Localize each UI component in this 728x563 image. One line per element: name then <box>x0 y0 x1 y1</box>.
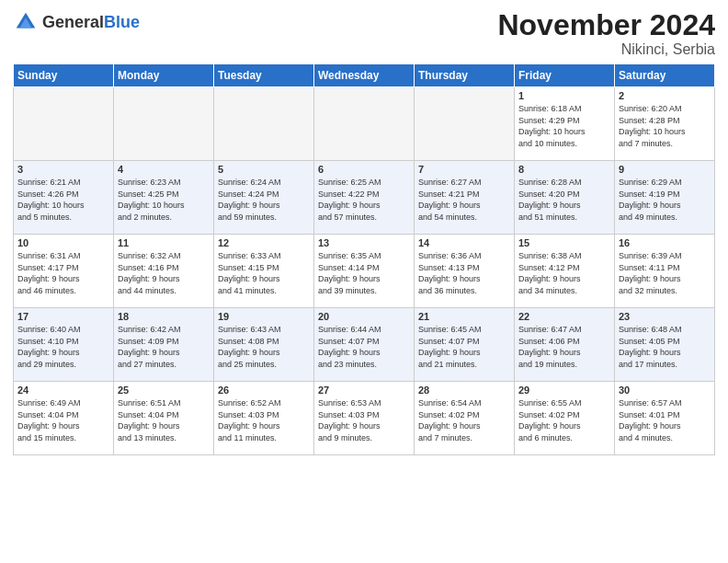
table-row: 19Sunrise: 6:43 AMSunset: 4:08 PMDayligh… <box>214 308 314 382</box>
day-info-line: and 23 minutes. <box>318 360 377 369</box>
day-info-line: Sunset: 4:28 PM <box>619 116 680 125</box>
day-info-line: Daylight: 9 hours <box>318 274 381 283</box>
header-friday: Friday <box>515 64 615 87</box>
table-row: 8Sunrise: 6:28 AMSunset: 4:20 PMDaylight… <box>515 161 615 235</box>
day-info-line: Daylight: 9 hours <box>17 421 80 431</box>
day-info-line: Sunrise: 6:44 AM <box>318 325 381 334</box>
table-row: 5Sunrise: 6:24 AMSunset: 4:24 PMDaylight… <box>214 161 314 235</box>
table-row: 20Sunrise: 6:44 AMSunset: 4:07 PMDayligh… <box>314 308 415 382</box>
day-info-line: Daylight: 9 hours <box>218 274 280 283</box>
table-row: 1Sunrise: 6:18 AMSunset: 4:29 PMDaylight… <box>515 87 615 161</box>
table-row: 24Sunrise: 6:49 AMSunset: 4:04 PMDayligh… <box>14 382 114 455</box>
table-row: 9Sunrise: 6:29 AMSunset: 4:19 PMDaylight… <box>615 161 715 235</box>
day-info: Sunrise: 6:35 AMSunset: 4:14 PMDaylight:… <box>318 250 410 296</box>
header-saturday: Saturday <box>615 64 715 87</box>
day-info-line: Sunrise: 6:42 AM <box>118 325 181 334</box>
table-row: 25Sunrise: 6:51 AMSunset: 4:04 PMDayligh… <box>114 382 214 455</box>
day-number: 13 <box>318 237 410 248</box>
header-thursday: Thursday <box>415 64 515 87</box>
day-info-line: Sunrise: 6:31 AM <box>17 251 81 260</box>
table-row <box>114 87 214 161</box>
day-info: Sunrise: 6:55 AMSunset: 4:02 PMDaylight:… <box>518 397 610 443</box>
day-info-line: and 25 minutes. <box>218 360 277 369</box>
day-number: 18 <box>118 311 210 322</box>
day-info-line: Sunset: 4:26 PM <box>17 190 79 199</box>
day-info-line: Daylight: 9 hours <box>218 421 280 431</box>
table-row <box>214 87 314 161</box>
day-info-line: Sunrise: 6:38 AM <box>518 251 582 260</box>
day-info-line: Daylight: 9 hours <box>518 421 581 431</box>
day-info-line: Sunset: 4:07 PM <box>318 337 380 346</box>
day-info-line: Sunrise: 6:27 AM <box>418 178 482 187</box>
page-container: GeneralBlue November 2024 Nikinci, Serbi… <box>0 0 728 461</box>
day-info-line: Daylight: 9 hours <box>418 348 481 357</box>
weekday-header-row: Sunday Monday Tuesday Wednesday Thursday… <box>14 64 715 87</box>
day-info-line: Daylight: 9 hours <box>318 201 381 210</box>
day-number: 2 <box>619 90 711 101</box>
day-info: Sunrise: 6:21 AMSunset: 4:26 PMDaylight:… <box>17 177 109 223</box>
table-row: 6Sunrise: 6:25 AMSunset: 4:22 PMDaylight… <box>314 161 415 235</box>
day-info-line: Sunrise: 6:32 AM <box>118 251 181 260</box>
day-info: Sunrise: 6:23 AMSunset: 4:25 PMDaylight:… <box>118 177 210 223</box>
day-number: 20 <box>318 311 410 322</box>
day-info-line: Daylight: 9 hours <box>318 348 381 357</box>
day-info-line: Daylight: 9 hours <box>17 274 80 283</box>
table-row: 10Sunrise: 6:31 AMSunset: 4:17 PMDayligh… <box>14 235 114 308</box>
day-info: Sunrise: 6:20 AMSunset: 4:28 PMDaylight:… <box>619 103 711 149</box>
day-info: Sunrise: 6:53 AMSunset: 4:03 PMDaylight:… <box>318 397 410 443</box>
day-info-line: and 44 minutes. <box>118 286 176 295</box>
logo-icon <box>13 9 39 35</box>
day-info-line: Sunrise: 6:48 AM <box>619 325 682 334</box>
table-row <box>14 87 114 161</box>
day-number: 14 <box>418 237 510 248</box>
day-info: Sunrise: 6:39 AMSunset: 4:11 PMDaylight:… <box>619 250 711 296</box>
day-number: 23 <box>619 311 711 322</box>
day-info-line: Daylight: 9 hours <box>118 421 180 431</box>
day-info-line: Daylight: 9 hours <box>318 421 381 431</box>
day-info-line: Sunset: 4:15 PM <box>218 263 279 272</box>
day-info-line: Daylight: 9 hours <box>518 348 581 357</box>
day-info-line: Sunrise: 6:29 AM <box>619 178 682 187</box>
table-row: 12Sunrise: 6:33 AMSunset: 4:15 PMDayligh… <box>214 235 314 308</box>
table-row: 14Sunrise: 6:36 AMSunset: 4:13 PMDayligh… <box>415 235 515 308</box>
day-info-line: and 29 minutes. <box>17 360 76 369</box>
day-info-line: Daylight: 10 hours <box>619 127 686 136</box>
day-info-line: Daylight: 9 hours <box>619 201 681 210</box>
day-info-line: Sunset: 4:20 PM <box>518 190 580 199</box>
day-number: 25 <box>118 385 210 396</box>
calendar-table: Sunday Monday Tuesday Wednesday Thursday… <box>13 63 715 455</box>
day-info-line: Daylight: 10 hours <box>518 127 586 136</box>
day-info-line: Daylight: 9 hours <box>619 348 681 357</box>
day-number: 16 <box>619 237 711 248</box>
header-wednesday: Wednesday <box>314 64 415 87</box>
day-number: 15 <box>518 237 610 248</box>
day-info: Sunrise: 6:32 AMSunset: 4:16 PMDaylight:… <box>118 250 210 296</box>
day-number: 5 <box>218 164 310 175</box>
day-info-line: Daylight: 9 hours <box>418 201 481 210</box>
day-info-line: and 11 minutes. <box>218 433 277 442</box>
day-info-line: and 13 minutes. <box>118 433 176 442</box>
day-info: Sunrise: 6:44 AMSunset: 4:07 PMDaylight:… <box>318 324 410 370</box>
day-info: Sunrise: 6:54 AMSunset: 4:02 PMDaylight:… <box>418 397 510 443</box>
day-info-line: Sunrise: 6:33 AM <box>218 251 281 260</box>
day-info-line: and 10 minutes. <box>518 139 577 148</box>
day-info-line: Sunrise: 6:24 AM <box>218 178 281 187</box>
day-info-line: and 9 minutes. <box>318 433 372 442</box>
day-info-line: and 57 minutes. <box>318 213 377 222</box>
day-info-line: Daylight: 10 hours <box>118 201 185 210</box>
day-info-line: Sunset: 4:01 PM <box>619 410 680 419</box>
day-info-line: and 54 minutes. <box>418 213 477 222</box>
day-info-line: Sunset: 4:24 PM <box>218 190 279 199</box>
day-info-line: Sunset: 4:07 PM <box>418 337 480 346</box>
location-title: Nikinci, Serbia <box>497 41 715 58</box>
day-info-line: Sunset: 4:04 PM <box>17 410 79 419</box>
day-info-line: Daylight: 9 hours <box>17 348 80 357</box>
day-number: 26 <box>218 385 310 396</box>
day-info-line: and 19 minutes. <box>518 360 577 369</box>
day-info: Sunrise: 6:51 AMSunset: 4:04 PMDaylight:… <box>118 397 210 443</box>
day-info: Sunrise: 6:52 AMSunset: 4:03 PMDaylight:… <box>218 397 310 443</box>
day-info-line: Sunrise: 6:45 AM <box>418 325 482 334</box>
day-number: 17 <box>17 311 109 322</box>
table-row: 16Sunrise: 6:39 AMSunset: 4:11 PMDayligh… <box>615 235 715 308</box>
day-info-line: Sunset: 4:29 PM <box>518 116 580 125</box>
